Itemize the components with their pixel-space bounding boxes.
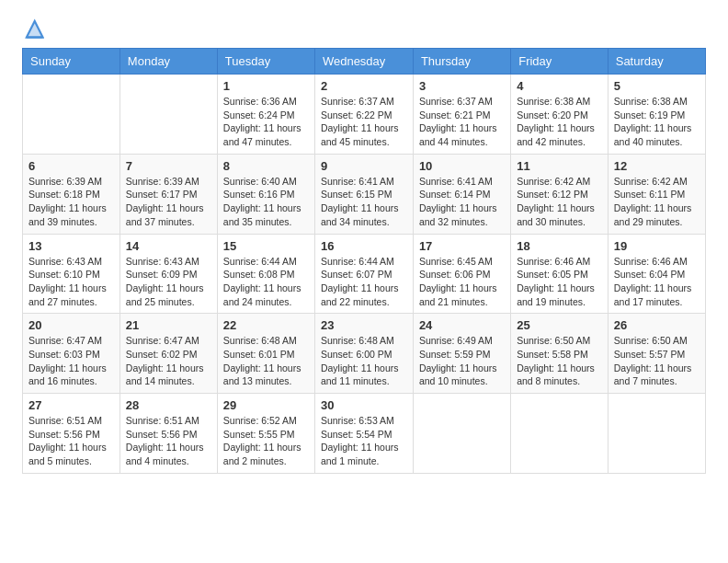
day-info: Sunrise: 6:39 AM Sunset: 6:18 PM Dayligh… [28,175,114,229]
day-info: Sunrise: 6:46 AM Sunset: 6:04 PM Dayligh… [614,255,700,309]
day-info: Sunrise: 6:43 AM Sunset: 6:10 PM Dayligh… [28,255,114,309]
day-info: Sunrise: 6:41 AM Sunset: 6:14 PM Dayligh… [419,175,505,229]
day-number: 29 [223,398,309,412]
calendar-cell: 17Sunrise: 6:45 AM Sunset: 6:06 PM Dayli… [413,234,510,314]
day-number: 22 [223,318,309,332]
calendar-cell: 7Sunrise: 6:39 AM Sunset: 6:17 PM Daylig… [119,154,217,234]
calendar-cell: 20Sunrise: 6:47 AM Sunset: 6:03 PM Dayli… [23,314,120,394]
calendar-table: SundayMondayTuesdayWednesdayThursdayFrid… [22,48,706,474]
calendar-cell: 3Sunrise: 6:37 AM Sunset: 6:21 PM Daylig… [413,75,510,155]
day-number: 18 [517,239,602,253]
calendar-cell: 24Sunrise: 6:49 AM Sunset: 5:59 PM Dayli… [413,314,510,394]
calendar-week-row: 27Sunrise: 6:51 AM Sunset: 5:56 PM Dayli… [23,394,706,474]
calendar-cell: 25Sunrise: 6:50 AM Sunset: 5:58 PM Dayli… [511,314,609,394]
day-number: 14 [126,239,211,253]
calendar-cell [413,394,510,474]
calendar-cell: 1Sunrise: 6:36 AM Sunset: 6:24 PM Daylig… [217,75,314,155]
calendar-cell: 22Sunrise: 6:48 AM Sunset: 6:01 PM Dayli… [217,314,314,394]
calendar-cell: 8Sunrise: 6:40 AM Sunset: 6:16 PM Daylig… [217,154,314,234]
day-number: 7 [126,159,211,173]
calendar-cell: 27Sunrise: 6:51 AM Sunset: 5:56 PM Dayli… [23,394,120,474]
day-number: 30 [321,398,407,412]
day-number: 13 [28,239,114,253]
day-info: Sunrise: 6:39 AM Sunset: 6:17 PM Dayligh… [126,175,211,229]
day-info: Sunrise: 6:50 AM Sunset: 5:57 PM Dayligh… [614,334,700,388]
calendar-week-row: 1Sunrise: 6:36 AM Sunset: 6:24 PM Daylig… [23,75,706,155]
calendar-day-header: Tuesday [217,49,314,75]
day-info: Sunrise: 6:36 AM Sunset: 6:24 PM Dayligh… [223,95,309,149]
day-number: 5 [614,79,700,93]
day-number: 19 [614,239,700,253]
calendar-cell: 9Sunrise: 6:41 AM Sunset: 6:15 PM Daylig… [314,154,413,234]
calendar-cell: 28Sunrise: 6:51 AM Sunset: 5:56 PM Dayli… [119,394,217,474]
day-number: 1 [223,79,309,93]
calendar-cell: 12Sunrise: 6:42 AM Sunset: 6:11 PM Dayli… [608,154,705,234]
calendar-cell [608,394,705,474]
calendar-week-row: 13Sunrise: 6:43 AM Sunset: 6:10 PM Dayli… [23,234,706,314]
logo [22,18,44,39]
calendar-day-header: Sunday [23,49,120,75]
day-number: 28 [126,398,211,412]
day-info: Sunrise: 6:51 AM Sunset: 5:56 PM Dayligh… [28,414,114,468]
day-number: 11 [517,159,602,173]
day-info: Sunrise: 6:53 AM Sunset: 5:54 PM Dayligh… [321,414,407,468]
logo-icon [24,18,44,39]
day-info: Sunrise: 6:45 AM Sunset: 6:06 PM Dayligh… [419,255,505,309]
calendar-day-header: Thursday [413,49,510,75]
day-number: 10 [419,159,505,173]
day-number: 15 [223,239,309,253]
calendar-cell [119,75,217,155]
day-number: 21 [126,318,211,332]
day-info: Sunrise: 6:50 AM Sunset: 5:58 PM Dayligh… [517,334,602,388]
calendar-cell: 30Sunrise: 6:53 AM Sunset: 5:54 PM Dayli… [314,394,413,474]
calendar-cell: 19Sunrise: 6:46 AM Sunset: 6:04 PM Dayli… [608,234,705,314]
calendar-cell [511,394,609,474]
day-number: 3 [419,79,505,93]
day-info: Sunrise: 6:38 AM Sunset: 6:20 PM Dayligh… [517,95,602,149]
day-info: Sunrise: 6:52 AM Sunset: 5:55 PM Dayligh… [223,414,309,468]
calendar-cell: 6Sunrise: 6:39 AM Sunset: 6:18 PM Daylig… [23,154,120,234]
day-info: Sunrise: 6:48 AM Sunset: 6:00 PM Dayligh… [321,334,407,388]
calendar-cell: 4Sunrise: 6:38 AM Sunset: 6:20 PM Daylig… [511,75,609,155]
calendar-cell: 18Sunrise: 6:46 AM Sunset: 6:05 PM Dayli… [511,234,609,314]
calendar-day-header: Monday [119,49,217,75]
day-number: 17 [419,239,505,253]
svg-marker-1 [27,21,43,38]
day-info: Sunrise: 6:47 AM Sunset: 6:02 PM Dayligh… [126,334,211,388]
calendar-week-row: 20Sunrise: 6:47 AM Sunset: 6:03 PM Dayli… [23,314,706,394]
day-number: 27 [28,398,114,412]
day-info: Sunrise: 6:41 AM Sunset: 6:15 PM Dayligh… [321,175,407,229]
day-number: 2 [321,79,407,93]
day-info: Sunrise: 6:51 AM Sunset: 5:56 PM Dayligh… [126,414,211,468]
day-number: 20 [28,318,114,332]
day-number: 16 [321,239,407,253]
calendar-week-row: 6Sunrise: 6:39 AM Sunset: 6:18 PM Daylig… [23,154,706,234]
calendar-day-header: Wednesday [314,49,413,75]
day-info: Sunrise: 6:47 AM Sunset: 6:03 PM Dayligh… [28,334,114,388]
day-info: Sunrise: 6:49 AM Sunset: 5:59 PM Dayligh… [419,334,505,388]
page-header [22,18,706,39]
day-info: Sunrise: 6:40 AM Sunset: 6:16 PM Dayligh… [223,175,309,229]
day-info: Sunrise: 6:37 AM Sunset: 6:21 PM Dayligh… [419,95,505,149]
day-number: 6 [28,159,114,173]
day-number: 12 [614,159,700,173]
calendar-cell: 14Sunrise: 6:43 AM Sunset: 6:09 PM Dayli… [119,234,217,314]
day-info: Sunrise: 6:48 AM Sunset: 6:01 PM Dayligh… [223,334,309,388]
calendar-cell: 26Sunrise: 6:50 AM Sunset: 5:57 PM Dayli… [608,314,705,394]
day-number: 25 [517,318,602,332]
calendar-cell: 23Sunrise: 6:48 AM Sunset: 6:00 PM Dayli… [314,314,413,394]
day-number: 23 [321,318,407,332]
calendar-cell [23,75,120,155]
calendar-cell: 29Sunrise: 6:52 AM Sunset: 5:55 PM Dayli… [217,394,314,474]
day-info: Sunrise: 6:46 AM Sunset: 6:05 PM Dayligh… [517,255,602,309]
calendar-cell: 15Sunrise: 6:44 AM Sunset: 6:08 PM Dayli… [217,234,314,314]
day-info: Sunrise: 6:43 AM Sunset: 6:09 PM Dayligh… [126,255,211,309]
day-info: Sunrise: 6:42 AM Sunset: 6:11 PM Dayligh… [614,175,700,229]
day-number: 4 [517,79,602,93]
day-info: Sunrise: 6:42 AM Sunset: 6:12 PM Dayligh… [517,175,602,229]
calendar-day-header: Saturday [608,49,705,75]
day-info: Sunrise: 6:44 AM Sunset: 6:08 PM Dayligh… [223,255,309,309]
calendar-cell: 21Sunrise: 6:47 AM Sunset: 6:02 PM Dayli… [119,314,217,394]
calendar-cell: 5Sunrise: 6:38 AM Sunset: 6:19 PM Daylig… [608,75,705,155]
calendar-cell: 2Sunrise: 6:37 AM Sunset: 6:22 PM Daylig… [314,75,413,155]
